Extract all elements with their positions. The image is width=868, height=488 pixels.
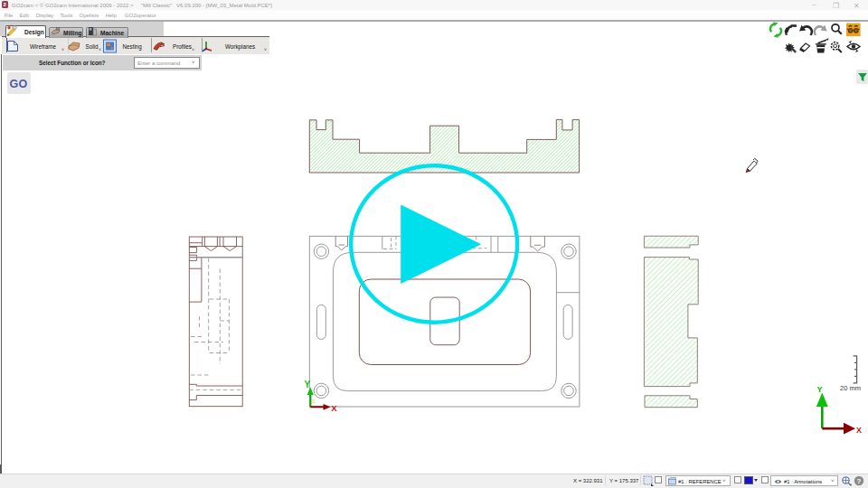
svg-text:20 mm: 20 mm	[840, 384, 861, 392]
svg-text:1: 1	[312, 399, 316, 404]
svg-text:Y: Y	[305, 380, 311, 389]
svg-text:X: X	[856, 426, 862, 435]
svg-text:X: X	[331, 403, 337, 413]
svg-text:?: ?	[856, 476, 861, 484]
svg-text:Y: Y	[817, 385, 823, 394]
